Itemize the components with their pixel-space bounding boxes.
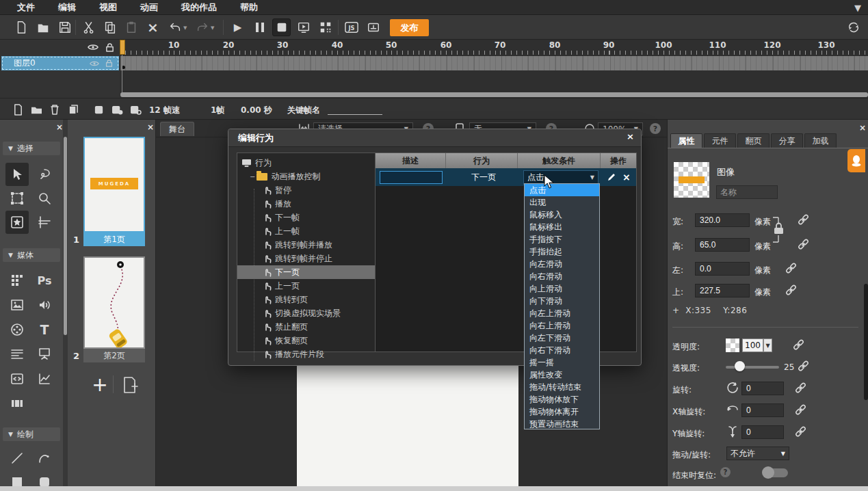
layer-row[interactable]: 图层0 — [1, 56, 119, 70]
page-2-thumbnail[interactable] — [83, 256, 145, 349]
undo-button[interactable] — [166, 18, 184, 36]
opacity-value[interactable]: 100 — [742, 339, 763, 352]
delete-button[interactable]: × — [144, 18, 162, 36]
properties-scrollbar-thumb[interactable] — [864, 284, 868, 400]
delete-row-icon[interactable]: × — [622, 172, 631, 183]
drag-rotate-dropdown[interactable]: 不允许▼ — [726, 447, 789, 460]
menu-edit[interactable]: 编辑 — [58, 1, 76, 14]
top-link-icon[interactable] — [785, 284, 797, 296]
stage-canvas[interactable] — [297, 345, 518, 486]
trigger-option[interactable]: 向下滑动 — [525, 295, 599, 307]
layer-lock-icon[interactable] — [105, 59, 113, 68]
rotate-x-input[interactable] — [741, 403, 784, 417]
trigger-option[interactable]: 向右下滑动 — [525, 344, 599, 356]
menu-my-works[interactable]: 我的作品 — [181, 1, 217, 14]
open-file-button[interactable] — [34, 18, 52, 36]
publish-button[interactable]: 发布 — [390, 19, 429, 36]
section-select[interactable]: ▼选择 — [3, 142, 60, 155]
trigger-option[interactable]: 摇一摇 — [525, 356, 599, 369]
trigger-option[interactable]: 向右滑动 — [525, 270, 599, 282]
top-input[interactable] — [695, 284, 750, 297]
height-link-icon[interactable] — [798, 239, 809, 250]
redo-button[interactable] — [193, 18, 211, 36]
stage-tab[interactable]: 舞台 — [160, 122, 194, 136]
export-package-button[interactable] — [364, 18, 382, 36]
opacity-swatch[interactable] — [726, 339, 739, 352]
layer-frames-strip[interactable] — [120, 56, 868, 70]
rotate-y-input[interactable] — [741, 425, 784, 439]
save-button[interactable] — [55, 18, 74, 36]
perspective-slider-track[interactable] — [726, 366, 779, 369]
redo-dropdown-icon[interactable]: ▼ — [211, 25, 214, 31]
tab-properties[interactable]: 属性 — [670, 133, 702, 148]
zoom-tool[interactable] — [33, 187, 56, 210]
dialog-title-bar[interactable]: 编辑行为 × — [228, 129, 641, 147]
whiteboard-tool[interactable] — [33, 342, 56, 365]
description-input[interactable] — [380, 171, 443, 184]
new-layer-button[interactable] — [11, 103, 25, 116]
trigger-option[interactable]: 向左滑动 — [525, 258, 599, 270]
transform-tool[interactable] — [5, 187, 29, 210]
reset-toggle[interactable] — [763, 468, 788, 477]
copy-button[interactable] — [101, 18, 119, 36]
dialog-close-icon[interactable]: × — [627, 131, 634, 142]
left-input[interactable] — [695, 262, 750, 276]
trigger-option[interactable]: 向右上滑动 — [525, 319, 599, 332]
help-icon[interactable]: ? — [650, 123, 661, 134]
menu-help[interactable]: 帮助 — [240, 1, 258, 14]
layers-lock-icon[interactable] — [105, 42, 114, 53]
line-tool[interactable] — [5, 447, 29, 470]
page-1-label[interactable]: 第1页 — [83, 233, 145, 246]
trigger-option[interactable]: 向上滑动 — [525, 282, 599, 295]
trigger-option[interactable]: 向左下滑动 — [525, 332, 599, 344]
video-tool[interactable] — [5, 318, 29, 341]
js-code-button[interactable]: JS — [342, 18, 360, 36]
trigger-option[interactable]: 预置动画结束 — [525, 418, 599, 430]
symbol-tool[interactable] — [5, 211, 29, 234]
tab-symbols[interactable]: 元件 — [704, 133, 736, 148]
insert-frame-button[interactable] — [92, 103, 105, 116]
gallery-tool[interactable] — [5, 392, 29, 415]
chart-tool[interactable] — [33, 367, 56, 390]
width-link-icon[interactable] — [798, 214, 809, 226]
audio-tool[interactable] — [33, 293, 56, 317]
edit-row-icon[interactable] — [607, 172, 616, 182]
components-tool[interactable] — [5, 269, 29, 292]
trigger-option[interactable]: 属性改变 — [525, 369, 599, 381]
trigger-option[interactable]: 拖动物体离开 — [525, 406, 599, 418]
rotate-y-link-icon[interactable] — [795, 426, 806, 438]
stage-background-button[interactable] — [272, 18, 291, 36]
frame-ruler[interactable]: 10 20 30 40 50 60 70 80 90 100 110 120 1… — [120, 40, 868, 55]
paste-button[interactable] — [122, 18, 140, 36]
curve-tool[interactable] — [33, 447, 56, 470]
trigger-option[interactable]: 拖动/转动结束 — [525, 381, 599, 393]
menu-file[interactable]: 文件 — [17, 1, 35, 14]
qr-code-button[interactable] — [316, 18, 334, 36]
add-page-button[interactable]: + — [88, 373, 111, 396]
section-media[interactable]: ▼媒体 — [3, 248, 60, 262]
perspective-link-icon[interactable] — [798, 360, 809, 372]
tab-share[interactable]: 分享 — [771, 133, 803, 148]
paragraph-tool[interactable] — [5, 342, 29, 365]
window-bottom-scrollbar[interactable] — [0, 486, 868, 491]
menu-collapse-icon[interactable]: ▼ — [854, 3, 861, 13]
trigger-option[interactable]: 点击 — [525, 184, 599, 196]
height-input[interactable] — [695, 238, 750, 252]
new-file-button[interactable] — [12, 18, 30, 36]
page-1-thumbnail[interactable]: MUGEDA — [83, 137, 145, 233]
left-link-icon[interactable] — [785, 263, 797, 274]
perspective-slider-knob[interactable] — [735, 361, 745, 371]
trigger-option[interactable]: 向左上滑动 — [525, 307, 599, 319]
insert-keyframe-button[interactable] — [110, 103, 124, 116]
playhead[interactable] — [120, 40, 125, 55]
tab-page-flip[interactable]: 翻页 — [737, 133, 770, 148]
delete-layer-button[interactable] — [48, 103, 62, 116]
aspect-lock-icon[interactable] — [772, 215, 787, 244]
timeline-horizontal-scrollbar[interactable] — [120, 92, 868, 97]
trigger-option[interactable]: 鼠标移出 — [525, 221, 599, 233]
trigger-option[interactable]: 鼠标移入 — [525, 209, 599, 221]
tools-panel-close-icon[interactable]: × — [56, 122, 63, 132]
rotate-input[interactable] — [741, 382, 784, 395]
section-draw[interactable]: ▼绘制 — [3, 427, 60, 441]
layers-visibility-icon[interactable] — [88, 42, 98, 52]
